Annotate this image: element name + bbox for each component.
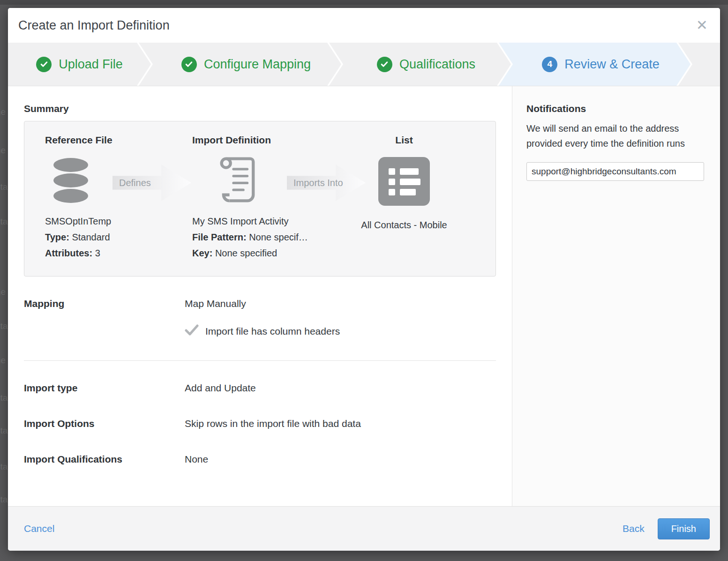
modal-header: Create an Import Definition ✕	[8, 8, 720, 43]
notifications-heading: Notifications	[526, 103, 704, 114]
import-definition-file-pattern: File Pattern: None specif…	[192, 229, 308, 245]
page-backdrop: { "background": { "fragments": [ {"text"…	[0, 0, 728, 561]
wizard-stepper: Upload File Configure Mapping Qualificat…	[8, 43, 720, 86]
step-number-badge: 4	[542, 57, 557, 72]
mapping-value: Map Manually	[185, 298, 340, 309]
finish-button[interactable]: Finish	[658, 518, 710, 539]
background-text-fragment: ne	[0, 287, 6, 297]
import-definition-key: Key: None specified	[192, 245, 308, 261]
step-complete-check-icon	[377, 57, 392, 72]
mapping-row: Mapping Map Manually Import file has col…	[24, 298, 496, 338]
step-complete-check-icon	[181, 57, 197, 72]
file-pattern-label: File Pattern:	[192, 232, 247, 242]
background-text-fragment: cta	[0, 217, 8, 227]
section-divider	[24, 360, 496, 361]
column-headers-note: Import file has column headers	[185, 324, 340, 338]
background-text-fragment: cta	[0, 393, 8, 403]
review-summary-panel: Summary Reference File Import Definition…	[8, 86, 512, 506]
imports-into-arrow-label: Imports Into	[293, 178, 343, 188]
key-value: None specified	[215, 248, 277, 258]
import-options-row: Import Options Skip rows in the import f…	[24, 418, 496, 429]
step-qualifications[interactable]: Qualifications	[329, 43, 511, 86]
modal-footer: Cancel Back Finish	[8, 506, 720, 551]
step-complete-check-icon	[36, 57, 52, 72]
mapping-label: Mapping	[24, 298, 185, 338]
summary-box: Reference File Import Definition List De…	[24, 121, 496, 277]
step-review-create[interactable]: 4 Review & Create	[499, 43, 690, 86]
scroll-document-icon	[216, 154, 260, 207]
attributes-label: Attributes:	[45, 248, 92, 258]
import-type-label: Import type	[24, 382, 185, 394]
step-label: Review & Create	[564, 57, 660, 72]
reference-file-details: SMSOptInTemp Type: Standard Attributes: …	[45, 213, 111, 261]
import-options-value: Skip rows in the import file with bad da…	[185, 418, 361, 429]
close-icon[interactable]: ✕	[696, 18, 708, 32]
import-definition-details: My SMS Import Activity File Pattern: Non…	[192, 213, 308, 261]
database-icon	[53, 158, 88, 204]
type-label: Type:	[45, 232, 69, 242]
reference-file-attributes: Attributes: 3	[45, 245, 111, 261]
step-label: Upload File	[59, 57, 123, 72]
background-text-fragment: ne	[0, 145, 6, 156]
type-value: Standard	[72, 232, 110, 242]
background-text-fragment: cta	[0, 462, 8, 472]
background-text-fragment: cta	[0, 426, 8, 436]
notifications-panel: Notifications We will send an email to t…	[512, 86, 720, 506]
column-headers-note-text: Import file has column headers	[205, 326, 340, 337]
back-button[interactable]: Back	[623, 523, 645, 534]
import-qualifications-label: Import Qualifications	[24, 454, 185, 465]
import-qualifications-row: Import Qualifications None	[24, 454, 496, 465]
background-text-fragment: cta	[0, 321, 8, 331]
defines-arrow-label: Defines	[119, 178, 151, 188]
reference-file-name: SMSOptInTemp	[45, 213, 111, 229]
step-configure-mapping[interactable]: Configure Mapping	[139, 43, 341, 86]
list-header: List	[353, 135, 456, 146]
step-upload-file[interactable]: Upload File	[8, 43, 151, 86]
import-qualifications-value: None	[185, 454, 208, 465]
import-options-label: Import Options	[24, 418, 185, 429]
import-definition-header: Import Definition	[192, 135, 271, 146]
background-top-bar	[0, 0, 728, 5]
background-text-fragment: ne	[0, 107, 6, 117]
step-label: Configure Mapping	[204, 57, 311, 72]
attributes-value: 3	[95, 248, 100, 258]
key-label: Key:	[192, 248, 212, 258]
import-definition-modal: Create an Import Definition ✕ Upload Fil…	[8, 8, 720, 551]
modal-title: Create an Import Definition	[18, 18, 170, 33]
gray-check-icon	[185, 324, 199, 338]
cancel-button[interactable]: Cancel	[24, 523, 54, 534]
step-label: Qualifications	[399, 57, 475, 72]
reference-file-header: Reference File	[45, 135, 113, 146]
list-icon	[378, 157, 430, 208]
reference-file-type: Type: Standard	[45, 229, 111, 245]
list-name: All Contacts - Mobile	[334, 217, 474, 233]
background-text-fragment: cta	[0, 494, 8, 505]
file-pattern-value: None specif…	[249, 232, 308, 242]
modal-body: Summary Reference File Import Definition…	[8, 86, 720, 506]
background-text-fragment: ne	[0, 355, 6, 366]
import-type-row: Import type Add and Update	[24, 382, 496, 394]
notifications-description: We will send an email to the address pro…	[526, 121, 704, 151]
defines-arrow: Defines	[113, 165, 191, 201]
summary-heading: Summary	[24, 103, 496, 114]
notification-email-input[interactable]	[526, 162, 704, 181]
imports-into-arrow: Imports Into	[287, 165, 366, 201]
import-type-value: Add and Update	[185, 382, 256, 394]
import-definition-name: My SMS Import Activity	[192, 213, 308, 229]
background-text-fragment: cta	[0, 182, 8, 192]
